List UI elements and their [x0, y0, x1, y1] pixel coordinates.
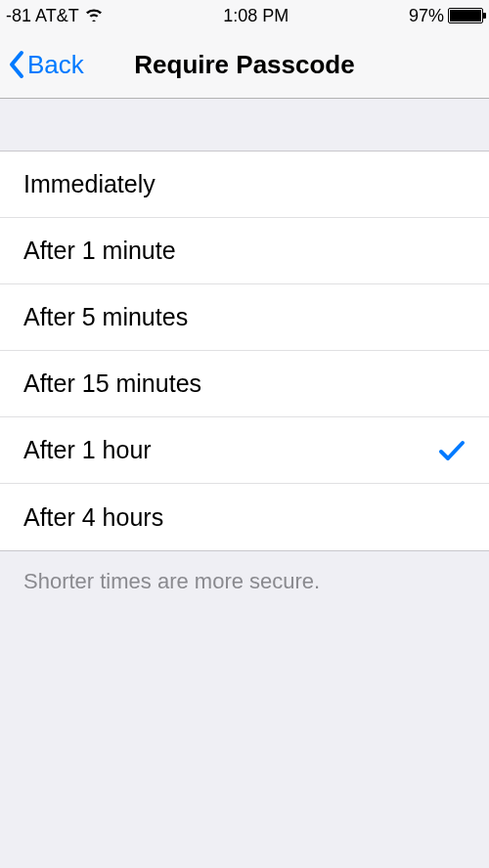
option-label: After 5 minutes — [23, 303, 188, 331]
back-label: Back — [27, 50, 84, 80]
battery-percent: 97% — [409, 6, 444, 26]
option-label: Immediately — [23, 170, 156, 198]
option-after-4-hours[interactable]: After 4 hours — [0, 484, 489, 550]
signal-strength: -81 AT&T — [6, 6, 79, 26]
option-after-15-minutes[interactable]: After 15 minutes — [0, 351, 489, 417]
status-bar: -81 AT&T 1:08 PM 97% — [0, 0, 489, 31]
option-label: After 15 minutes — [23, 369, 201, 398]
option-after-1-minute[interactable]: After 1 minute — [0, 218, 489, 284]
status-left: -81 AT&T — [6, 6, 104, 26]
checkmark-icon — [438, 439, 466, 462]
wifi-icon — [84, 6, 104, 26]
option-after-1-hour[interactable]: After 1 hour — [0, 417, 489, 484]
option-after-5-minutes[interactable]: After 5 minutes — [0, 284, 489, 351]
back-button[interactable]: Back — [8, 50, 84, 80]
page-title: Require Passcode — [134, 50, 354, 80]
nav-bar: Back Require Passcode — [0, 31, 489, 99]
chevron-left-icon — [8, 50, 25, 79]
option-label: After 1 minute — [23, 237, 176, 265]
section-spacer — [0, 99, 489, 152]
status-time: 1:08 PM — [223, 6, 289, 26]
option-label: After 1 hour — [23, 436, 152, 464]
status-right: 97% — [409, 6, 483, 26]
option-immediately[interactable]: Immediately — [0, 152, 489, 218]
footer-hint: Shorter times are more secure. — [0, 551, 489, 612]
option-label: After 4 hours — [23, 503, 163, 532]
battery-icon — [448, 8, 483, 23]
options-list: Immediately After 1 minute After 5 minut… — [0, 152, 489, 551]
